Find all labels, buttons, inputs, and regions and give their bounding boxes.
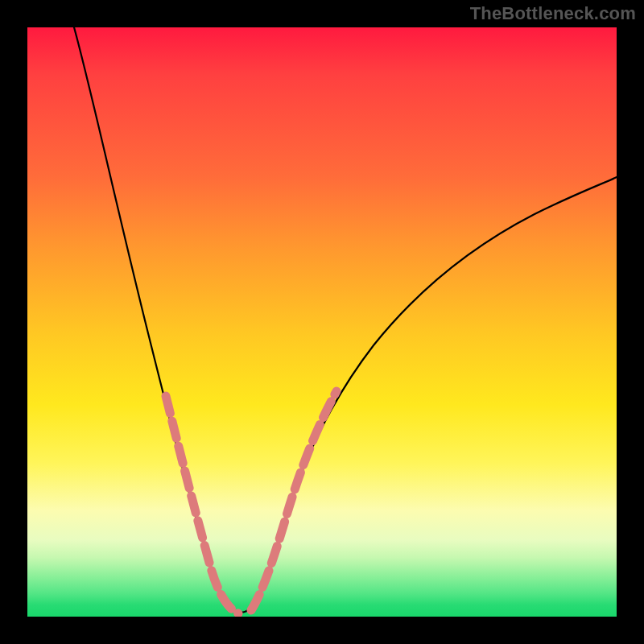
dash-right	[251, 391, 336, 610]
plot-area	[27, 27, 617, 617]
watermark-text: TheBottleneck.com	[470, 3, 636, 24]
chart-frame: TheBottleneck.com	[0, 0, 644, 644]
curve-main	[74, 27, 617, 613]
dash-left	[166, 396, 238, 613]
curve-svg	[27, 27, 617, 617]
